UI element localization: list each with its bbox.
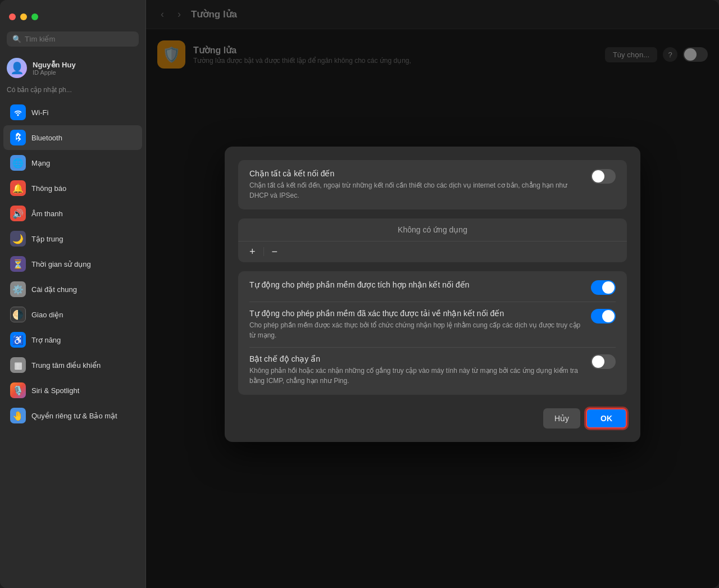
stealth-mode-desc: Không phản hồi hoặc xác nhận những cố gắ…: [249, 366, 582, 386]
block-all-toggle[interactable]: [591, 169, 616, 184]
stealth-mode-row: Bật chế độ chạy ẩn Không phản hồi hoặc x…: [249, 354, 616, 386]
maximize-button[interactable]: [31, 13, 38, 20]
sidebar-label-focus: Tập trung: [31, 235, 63, 243]
app-list-separator: [263, 247, 264, 256]
stealth-mode-toggle[interactable]: [591, 354, 616, 369]
minimize-button[interactable]: [20, 13, 27, 20]
auto-allow-builtin-text: Tự động cho phép phần mềm được tích hợp …: [249, 280, 582, 291]
sidebar-label-siri: Siri & Spotlight: [31, 386, 79, 395]
sidebar-label-sound: Âm thanh: [31, 209, 63, 218]
search-input[interactable]: [25, 35, 133, 43]
sidebar-item-sound[interactable]: 🔊 Âm thanh: [3, 201, 142, 226]
sidebar-item-network[interactable]: 🌐 Mạng: [3, 151, 142, 175]
block-all-text: Chặn tất cả kết nối đến Chặn tất cả kết …: [249, 169, 582, 200]
search-bar[interactable]: 🔍: [7, 31, 139, 47]
sidebar-label-accessibility: Trợ năng: [31, 336, 61, 344]
sidebar-label-general: Cài đặt chung: [31, 285, 77, 294]
sound-icon: 🔊: [10, 206, 26, 221]
divider1: [249, 302, 616, 302]
content-area: ‹ › Tường lửa 🛡️ Tường lửa Tường lửa đượ…: [146, 0, 719, 588]
auto-allow-downloaded-toggle[interactable]: [591, 309, 616, 323]
block-all-row: Chặn tất cả kết nối đến Chặn tất cả kết …: [249, 169, 616, 200]
wifi-icon: [10, 104, 26, 120]
sidebar-item-general[interactable]: ⚙️ Cài đặt chung: [3, 277, 142, 302]
control-icon: ▦: [10, 357, 26, 373]
auto-allow-builtin-title: Tự động cho phép phần mềm được tích hợp …: [249, 280, 582, 289]
add-app-button[interactable]: +: [245, 245, 260, 259]
sidebar-label-notifications: Thông báo: [31, 184, 66, 193]
app-list-area: Không có ứng dụng + −: [238, 218, 627, 262]
sidebar-label-bluetooth: Bluetooth: [31, 134, 62, 142]
sidebar-item-focus[interactable]: 🌙 Tập trung: [3, 226, 142, 251]
auto-allow-downloaded-row: Tự động cho phép phần mềm đã xác thực đư…: [249, 309, 616, 340]
appearance-icon: 🌗: [10, 307, 26, 322]
cancel-button[interactable]: Hủy: [543, 408, 580, 429]
focus-icon: 🌙: [10, 231, 26, 247]
sidebar: 🔍 👤 Nguyễn Huy ID Apple Có bản cập nhật …: [0, 0, 146, 588]
block-all-section: Chặn tất cả kết nối đến Chặn tất cả kết …: [238, 160, 627, 209]
modal-backdrop: Chặn tất cả kết nối đến Chặn tất cả kết …: [146, 0, 719, 588]
privacy-icon: 🤚: [10, 408, 26, 423]
sidebar-item-control[interactable]: ▦ Trung tâm điều khiển: [3, 353, 142, 377]
screentime-icon: ⏳: [10, 256, 26, 272]
sidebar-label-network: Mạng: [31, 159, 50, 167]
auto-allow-downloaded-title: Tự động cho phép phần mềm đã xác thực đư…: [249, 309, 582, 318]
sidebar-item-appearance[interactable]: 🌗 Giao diện: [3, 302, 142, 327]
siri-icon: 🎙️: [10, 382, 26, 398]
stealth-mode-title: Bật chế độ chạy ẩn: [249, 354, 582, 363]
close-button[interactable]: [9, 13, 16, 20]
search-icon: 🔍: [12, 35, 21, 43]
auto-allow-downloaded-text: Tự động cho phép phần mềm đã xác thực đư…: [249, 309, 582, 340]
firewall-options-modal: Chặn tất cả kết nối đến Chặn tất cả kết …: [225, 147, 640, 442]
accessibility-icon: ♿: [10, 332, 26, 348]
auto-allow-builtin-toggle[interactable]: [591, 280, 616, 295]
main-window: 🔍 👤 Nguyễn Huy ID Apple Có bản cập nhật …: [0, 0, 719, 588]
auto-allow-builtin-row: Tự động cho phép phần mềm được tích hợp …: [249, 280, 616, 295]
remove-app-button[interactable]: −: [267, 245, 283, 259]
sidebar-item-screentime[interactable]: ⏳ Thời gian sử dụng: [3, 252, 142, 276]
sidebar-item-accessibility[interactable]: ♿ Trợ năng: [3, 327, 142, 352]
sidebar-label-control: Trung tâm điều khiển: [31, 361, 101, 370]
modal-footer: Hủy OK: [238, 408, 627, 429]
titlebar: [0, 0, 145, 29]
sidebar-item-wifi[interactable]: Wi-Fi: [3, 100, 142, 125]
update-notice: Có bản cập nhật ph...: [0, 83, 145, 97]
sidebar-item-notifications[interactable]: 🔔 Thông báo: [3, 176, 142, 200]
stealth-mode-text: Bật chế độ chạy ẩn Không phản hồi hoặc x…: [249, 354, 582, 386]
auto-allow-downloaded-desc: Cho phép phần mềm được xác thực bởi tổ c…: [249, 320, 582, 340]
bluetooth-icon: [10, 130, 26, 145]
user-profile[interactable]: 👤 Nguyễn Huy ID Apple: [0, 53, 145, 83]
general-icon: ⚙️: [10, 281, 26, 297]
sidebar-label-wifi: Wi-Fi: [31, 108, 48, 117]
divider2: [249, 347, 616, 348]
sidebar-label-screentime: Thời gian sử dụng: [31, 260, 91, 268]
notification-icon: 🔔: [10, 180, 26, 196]
avatar: 👤: [7, 58, 27, 78]
network-icon: 🌐: [10, 155, 26, 171]
block-all-title: Chặn tất cả kết nối đến: [249, 169, 582, 178]
auto-allow-section: Tự động cho phép phần mềm được tích hợp …: [238, 271, 627, 395]
user-info: Nguyễn Huy ID Apple: [33, 61, 76, 76]
sidebar-item-bluetooth[interactable]: Bluetooth: [3, 125, 142, 150]
sidebar-label-privacy: Quyền riêng tư & Bảo mật: [31, 412, 117, 420]
sidebar-label-appearance: Giao diện: [31, 311, 63, 319]
ok-button[interactable]: OK: [586, 408, 627, 429]
sidebar-item-privacy[interactable]: 🤚 Quyền riêng tư & Bảo mật: [3, 403, 142, 428]
block-all-desc: Chặn tất cả kết nối đến, ngoại trừ những…: [249, 180, 582, 200]
user-name: Nguyễn Huy: [33, 61, 76, 69]
app-list-actions: + −: [238, 241, 627, 262]
user-sub: ID Apple: [33, 69, 76, 76]
app-list-empty: Không có ứng dụng: [238, 218, 627, 241]
sidebar-item-siri[interactable]: 🎙️ Siri & Spotlight: [3, 378, 142, 403]
